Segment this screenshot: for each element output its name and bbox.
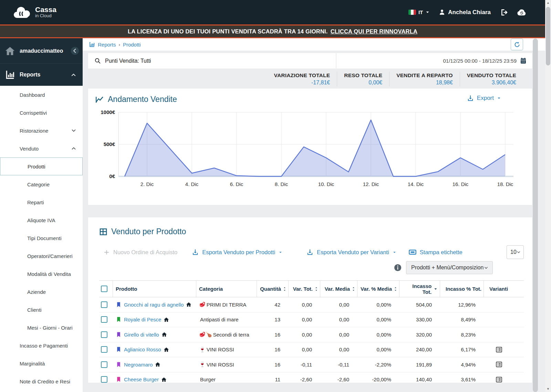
sidebar-item-ristorazione[interactable]: Ristorazione bbox=[0, 122, 83, 140]
col-prodotto[interactable]: Prodotto bbox=[113, 281, 196, 297]
print-labels-label: Stampa etichette bbox=[420, 249, 462, 256]
refresh-button[interactable] bbox=[511, 39, 523, 50]
sidebar-item-incasso-e-pagamenti[interactable]: Incasso e Pagamenti bbox=[0, 337, 83, 354]
sidebar-item-mesi-giorni-orari[interactable]: Mesi - Giorni - Orari bbox=[0, 319, 83, 337]
row-checkbox[interactable] bbox=[101, 376, 107, 383]
category-label: Burger bbox=[200, 376, 216, 382]
cloud-sync-icon[interactable] bbox=[517, 9, 527, 16]
date-range-picker[interactable]: 01/12/25 00:00 - 18/12/25 23:59 bbox=[336, 53, 532, 69]
product-link[interactable]: Cheese Burger bbox=[124, 376, 159, 382]
export-sold-by-variants-button[interactable]: Esporta Venduto per Varianti bbox=[306, 249, 396, 256]
sidebar-item-tipi-documenti[interactable]: Tipi Documenti bbox=[0, 229, 83, 247]
user-menu[interactable]: Anchela Chiara bbox=[439, 9, 491, 16]
col-var-tot[interactable]: Var. Tot. bbox=[289, 281, 320, 297]
col-categoria[interactable]: Categoria bbox=[196, 281, 257, 297]
product-link[interactable]: Girello di vitello bbox=[124, 332, 159, 338]
scroll-up-arrow[interactable]: ▲ bbox=[545, 0, 551, 6]
table-toolbar: Nuovo Ordine di Acquisto Esporta Venduto… bbox=[99, 245, 524, 259]
sidebar-item-label: Incasso e Pagamenti bbox=[20, 343, 68, 349]
language-selector[interactable]: IT bbox=[408, 9, 430, 15]
brand-name: Cassa bbox=[35, 6, 56, 13]
logout-icon[interactable] bbox=[500, 8, 508, 17]
export-button[interactable]: Export bbox=[467, 95, 501, 102]
svg-text:0€: 0€ bbox=[109, 173, 115, 179]
row-checkbox[interactable] bbox=[101, 316, 107, 323]
svg-text:8. Dic: 8. Dic bbox=[275, 181, 288, 187]
sidebar: amaduccimatteo Reports Dashboard Corrisp… bbox=[0, 38, 83, 392]
info-icon[interactable] bbox=[394, 264, 402, 271]
bookmark-icon bbox=[116, 332, 122, 338]
renew-license-link[interactable]: CLICCA QUI PER RINNOVARLA bbox=[331, 28, 418, 35]
incasso-pct-cell: 3,61% bbox=[440, 376, 484, 382]
page-scrollbar[interactable]: ▲ ▼ bbox=[545, 0, 551, 392]
col-incasso-tot[interactable]: Incasso Tot. bbox=[399, 281, 440, 297]
select-all-checkbox[interactable] bbox=[101, 286, 107, 292]
col-quantita[interactable]: Quantità bbox=[257, 281, 289, 297]
main-content: Reports › Prodotti Punti Vendita: Tutti … bbox=[83, 38, 545, 392]
col-incasso-pct-tot[interactable]: Incasso % Tot. bbox=[440, 281, 484, 297]
variants-list-icon[interactable] bbox=[496, 376, 502, 383]
breadcrumb-prodotti-link[interactable]: Prodotti bbox=[123, 42, 141, 48]
export-sold-by-products-button[interactable]: Esporta Venduto per Prodotti bbox=[192, 249, 282, 256]
col-var-media[interactable]: Var. Media bbox=[320, 281, 357, 297]
punti-vendita-filter[interactable]: Punti Vendita: Tutti bbox=[88, 53, 336, 69]
row-checkbox[interactable] bbox=[101, 301, 107, 308]
svg-text:14. Dic: 14. Dic bbox=[408, 181, 424, 187]
sidebar-item-marginalita[interactable]: Marginalità bbox=[0, 354, 83, 372]
calendar-icon bbox=[520, 58, 527, 64]
collapse-sidebar-icon[interactable] bbox=[71, 47, 79, 55]
product-link[interactable]: Negroamaro bbox=[124, 362, 153, 368]
table-row: Negroamaro 🍷VINI ROSSI 16 -0,11 -0,11 -2… bbox=[99, 357, 524, 372]
sidebar-account[interactable]: amaduccimatteo bbox=[0, 38, 83, 64]
variants-list-icon[interactable] bbox=[496, 361, 502, 368]
sidebar-item-prodotti[interactable]: Prodotti bbox=[0, 157, 83, 175]
stat-vendite-a-reparto: VENDITE A REPARTO 18,98€ bbox=[389, 72, 460, 86]
qty-cell: 42 bbox=[257, 302, 289, 308]
variants-list-icon[interactable] bbox=[496, 346, 502, 353]
content-scrollbar[interactable] bbox=[533, 39, 538, 392]
row-checkbox[interactable] bbox=[101, 361, 107, 368]
sidebar-item-clienti[interactable]: Clienti bbox=[0, 301, 83, 319]
sidebar-item-corrispettivi[interactable]: Corrispettivi bbox=[0, 104, 83, 122]
row-checkbox[interactable] bbox=[101, 331, 107, 338]
export-sold-by-products-label: Esporta Venduto per Prodotti bbox=[202, 249, 275, 256]
var-pct-media-cell: -2,20% bbox=[357, 362, 399, 368]
qty-cell: 16 bbox=[257, 332, 289, 338]
incasso-tot-cell: 191,89 bbox=[399, 362, 440, 368]
brand-logo[interactable]: Cassa in Cloud bbox=[12, 6, 56, 19]
new-purchase-order-button[interactable]: Nuovo Ordine di Acquisto bbox=[103, 249, 177, 256]
sidebar-item-label: Clienti bbox=[27, 307, 42, 313]
var-media-cell: -2,60 bbox=[320, 376, 357, 382]
breadcrumb-reports-link[interactable]: Reports bbox=[98, 42, 116, 48]
col-var-pct-media[interactable]: Var. % Media bbox=[357, 281, 399, 297]
sidebar-section-reports[interactable]: Reports bbox=[0, 64, 83, 86]
sidebar-item-operatori-camerieri[interactable]: Operatori/Camerieri bbox=[0, 247, 83, 265]
bookmark-icon bbox=[116, 317, 122, 322]
product-mode-select[interactable]: Prodotti + Menù/Composizion bbox=[406, 261, 493, 274]
product-link[interactable]: Aglianico Rosso bbox=[124, 347, 161, 352]
sidebar-item-venduto[interactable]: Venduto bbox=[0, 140, 83, 157]
sidebar-item-categorie[interactable]: Categorie bbox=[0, 175, 83, 193]
row-checkbox[interactable] bbox=[101, 346, 107, 353]
stat-variazione-totale: VARIAZIONE TOTALE -17,81€ bbox=[267, 72, 337, 86]
page-size-select[interactable]: 10 bbox=[507, 245, 524, 259]
stat-value: -17,81€ bbox=[274, 80, 330, 86]
sidebar-item-dashboard[interactable]: Dashboard bbox=[0, 86, 83, 104]
sidebar-item-reparti[interactable]: Reparti bbox=[0, 193, 83, 211]
sidebar-item-modalita-di-vendita[interactable]: Modalità di Vendita bbox=[0, 265, 83, 283]
sidebar-item-label: Reparti bbox=[27, 199, 44, 205]
line-chart-icon bbox=[95, 95, 104, 104]
sidebar-item-label: Dashboard bbox=[20, 92, 45, 98]
sidebar-item-aliquote-iva[interactable]: Aliquote IVA bbox=[0, 211, 83, 229]
product-link[interactable]: Royale di Pesce bbox=[124, 317, 161, 322]
print-labels-button[interactable]: Stampa etichette bbox=[409, 248, 462, 256]
scrollbar-thumb[interactable] bbox=[546, 7, 550, 65]
product-link[interactable]: Gnocchi al ragu di agnello bbox=[124, 302, 184, 308]
scroll-down-arrow[interactable]: ▼ bbox=[545, 386, 551, 392]
sidebar-item-note-di-credito-e-resi[interactable]: Note di Credito e Resi bbox=[0, 372, 83, 390]
bookmark-icon bbox=[116, 362, 122, 368]
brand-subname: in Cloud bbox=[35, 13, 56, 18]
home-icon bbox=[155, 362, 160, 367]
chevron-up-icon bbox=[71, 146, 76, 151]
sidebar-item-aziende[interactable]: Aziende bbox=[0, 283, 83, 301]
